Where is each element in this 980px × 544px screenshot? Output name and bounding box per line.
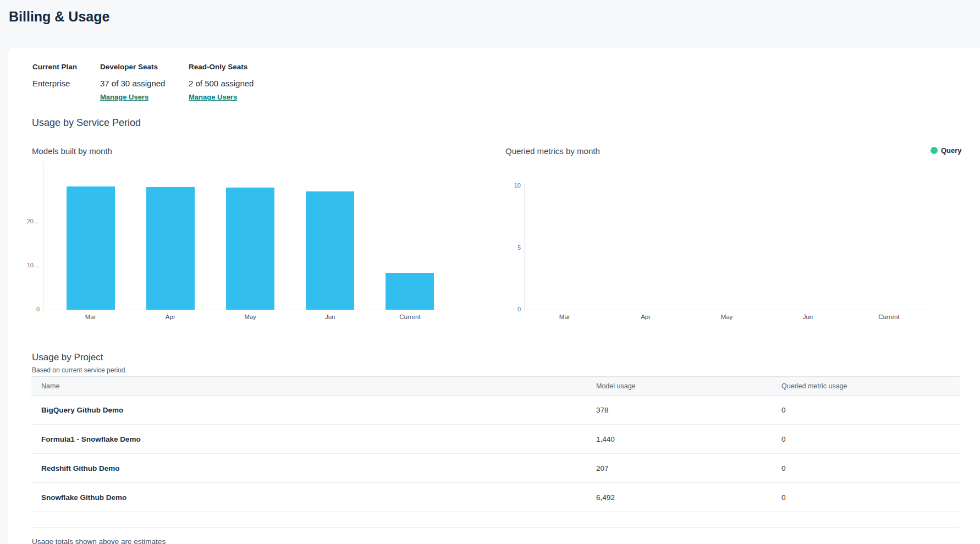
model-usage-value: 6,492	[596, 493, 781, 502]
column-header-model-usage: Model usage	[596, 382, 781, 390]
table-row: Snowflake Github Demo6,4920	[31, 483, 960, 512]
column-header-queried-metric-usage: Queried metric usage	[781, 382, 960, 390]
table-row: Redshift Github Demo2070	[31, 454, 960, 483]
queried-metric-usage-value: 0	[781, 406, 960, 414]
readonly-seats-value: 2 of 500 assigned	[189, 79, 254, 88]
x-tick-current: Current	[370, 314, 450, 320]
models-chart-title: Models built by month	[32, 146, 112, 156]
usage-by-project-title: Usage by Project	[32, 352, 103, 363]
page-title: Billing & Usage	[9, 9, 109, 25]
manage-users-link-readonly[interactable]: Manage Users	[189, 93, 237, 101]
table-row: Formula1 - Snowflake Demo1,4400	[31, 425, 960, 454]
usage-by-project-table: Name Model usage Queried metric usage Bi…	[31, 376, 960, 512]
table-body: BigQuery Github Demo3780Formula1 - Snowf…	[31, 395, 960, 512]
readonly-seats-label: Read-Only Seats	[189, 63, 247, 71]
usage-by-service-period-title: Usage by Service Period	[32, 117, 141, 129]
project-name: Snowflake Github Demo	[31, 493, 596, 502]
bar-rect-may	[226, 188, 274, 310]
footer-divider	[31, 527, 960, 527]
bar-rect-apr	[146, 187, 195, 310]
bar-may	[686, 186, 767, 310]
right-chart-x-labels: MarAprMayJunCurrent	[524, 314, 929, 320]
right-ytick-10: 10	[502, 182, 521, 189]
table-row: BigQuery Github Demo3780	[31, 395, 960, 425]
left-ytick-10k: 10…	[16, 262, 40, 268]
queried-metrics-bars	[524, 186, 929, 310]
manage-users-link-developer[interactable]: Manage Users	[100, 93, 148, 101]
x-tick-mar: Mar	[524, 314, 605, 320]
bar-mar	[524, 186, 605, 310]
bar-jun	[767, 186, 848, 310]
left-chart-x-labels: MarAprMayJunCurrent	[51, 314, 450, 320]
metrics-chart-title: Queried metrics by month	[505, 146, 600, 156]
queried-metric-usage-value: 0	[781, 493, 960, 502]
models-built-bars	[51, 160, 450, 310]
model-usage-value: 207	[596, 464, 781, 472]
query-legend-dot-icon	[931, 147, 938, 154]
x-tick-current: Current	[849, 314, 929, 320]
x-tick-apr: Apr	[130, 314, 210, 320]
bar-mar	[51, 160, 130, 310]
x-tick-may: May	[210, 314, 290, 320]
right-chart-x-axis	[524, 310, 929, 310]
bar-jun	[290, 160, 370, 310]
queried-metric-usage-value: 0	[781, 435, 960, 443]
left-ytick-0: 0	[16, 306, 40, 312]
left-chart-y-axis	[43, 162, 44, 310]
usage-by-project-subtitle: Based on current service period.	[32, 366, 127, 374]
project-name: BigQuery Github Demo	[31, 406, 596, 414]
x-tick-apr: Apr	[605, 314, 686, 320]
bar-apr	[130, 160, 210, 310]
bar-rect-mar	[67, 186, 115, 310]
model-usage-value: 1,440	[596, 435, 781, 443]
current-plan-value: Enterprise	[32, 79, 70, 88]
project-name: Redshift Github Demo	[31, 464, 596, 472]
developer-seats-value: 37 of 30 assigned	[100, 79, 165, 88]
bar-apr	[605, 186, 686, 310]
x-tick-jun: Jun	[767, 314, 848, 320]
right-ytick-0: 0	[502, 306, 521, 312]
bar-current	[849, 186, 929, 310]
model-usage-value: 378	[596, 406, 781, 414]
left-ytick-20k: 20…	[16, 218, 40, 224]
column-header-name: Name	[31, 382, 596, 390]
right-ytick-5: 5	[502, 244, 521, 251]
x-tick-mar: Mar	[51, 314, 130, 320]
x-tick-jun: Jun	[290, 314, 370, 320]
billing-usage-page: Billing & Usage Current Plan Developer S…	[0, 0, 980, 544]
left-chart-x-axis	[43, 310, 450, 310]
bar-may	[210, 160, 290, 310]
developer-seats-label: Developer Seats	[100, 63, 158, 71]
footer-note: Usage totals shown above are estimates	[32, 537, 166, 544]
current-plan-label: Current Plan	[32, 63, 77, 71]
table-header-row: Name Model usage Queried metric usage	[31, 376, 960, 395]
bar-current	[370, 160, 450, 310]
query-legend-label: Query	[941, 146, 962, 155]
bar-rect-jun	[306, 191, 354, 310]
x-tick-may: May	[686, 314, 767, 320]
project-name: Formula1 - Snowflake Demo	[31, 435, 596, 443]
query-legend: Query	[931, 146, 962, 155]
queried-metric-usage-value: 0	[781, 464, 960, 472]
bar-rect-current	[386, 273, 434, 310]
